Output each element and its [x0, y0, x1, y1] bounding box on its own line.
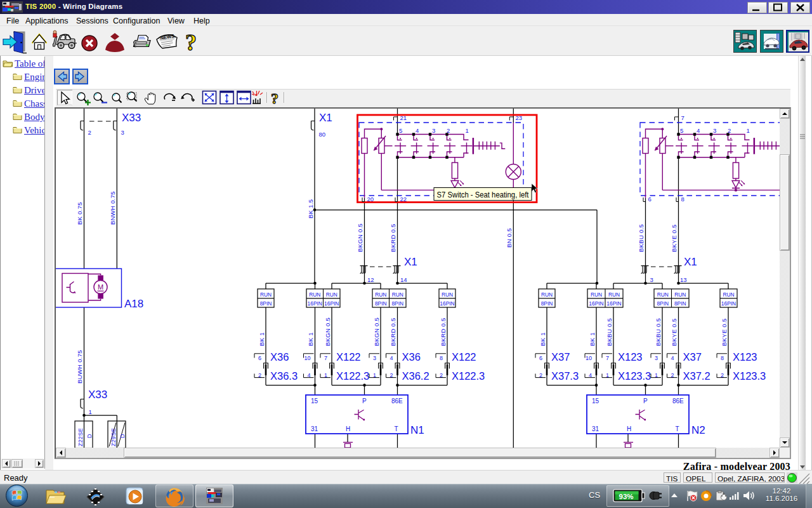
- svg-text:3: 3: [655, 355, 658, 361]
- svg-text:15: 15: [311, 398, 318, 404]
- svg-text:RUN: RUN: [591, 291, 602, 298]
- svg-text:4: 4: [416, 127, 419, 134]
- svg-text:1: 1: [89, 408, 92, 415]
- svg-text:12: 12: [367, 276, 374, 283]
- svg-text:RUN: RUN: [309, 291, 320, 298]
- svg-text:Z22SE: Z22SE: [77, 428, 84, 446]
- svg-text:20: 20: [367, 196, 374, 203]
- svg-text:P: P: [643, 398, 648, 404]
- svg-text:X123.3: X123.3: [618, 370, 651, 382]
- svg-text:86E: 86E: [672, 398, 684, 404]
- svg-text:X122: X122: [336, 351, 361, 363]
- svg-text:1: 1: [655, 372, 658, 378]
- svg-text:4: 4: [307, 372, 310, 378]
- svg-text:1: 1: [466, 127, 469, 134]
- svg-text:RUN: RUN: [674, 291, 686, 298]
- svg-text:X123: X123: [733, 351, 757, 363]
- svg-text:BKBU 0.5: BKBU 0.5: [606, 318, 613, 346]
- svg-text:H: H: [627, 425, 631, 432]
- svg-text:BK 1.5: BK 1.5: [307, 199, 314, 218]
- svg-text:BKGN 0.5: BKGN 0.5: [373, 318, 380, 346]
- svg-text:BKBU 0.5: BKBU 0.5: [638, 224, 645, 252]
- svg-text:3: 3: [121, 129, 124, 136]
- svg-text:RUN: RUN: [608, 291, 620, 298]
- svg-text:16PIN: 16PIN: [589, 300, 603, 307]
- svg-text:8PIN: 8PIN: [391, 300, 403, 307]
- svg-text:2: 2: [721, 372, 724, 378]
- svg-text:X122.3: X122.3: [336, 370, 369, 382]
- svg-text:4: 4: [697, 127, 700, 134]
- svg-text:8PIN: 8PIN: [657, 300, 669, 307]
- svg-text:H: H: [346, 425, 350, 432]
- svg-text:14: 14: [400, 276, 407, 283]
- svg-text:31: 31: [311, 425, 318, 432]
- svg-text:X122: X122: [452, 351, 476, 363]
- svg-text:X37.3: X37.3: [551, 370, 579, 382]
- svg-text:5: 5: [680, 127, 683, 134]
- svg-text:15: 15: [592, 398, 599, 404]
- svg-text:8: 8: [721, 355, 724, 361]
- svg-text:6: 6: [648, 196, 652, 203]
- svg-text:BKYE 0.5: BKYE 0.5: [671, 318, 678, 346]
- svg-text:X33: X33: [88, 389, 107, 401]
- svg-text:7: 7: [324, 355, 327, 361]
- svg-text:A18: A18: [124, 298, 143, 310]
- svg-text:80: 80: [319, 131, 326, 138]
- svg-text:16PIN: 16PIN: [606, 300, 621, 307]
- svg-text:4: 4: [671, 355, 674, 361]
- svg-text:86E: 86E: [391, 398, 403, 404]
- svg-text:BK 0.75: BK 0.75: [76, 202, 83, 225]
- svg-text:31: 31: [592, 425, 599, 432]
- svg-text:X37: X37: [683, 351, 702, 363]
- svg-text:1: 1: [606, 372, 609, 378]
- svg-text:BK 1: BK 1: [539, 332, 546, 346]
- svg-text:N1: N1: [410, 424, 424, 436]
- svg-text:7: 7: [681, 114, 684, 121]
- svg-text:X37: X37: [551, 351, 570, 363]
- svg-text:10: 10: [304, 355, 310, 361]
- svg-text:3: 3: [373, 355, 376, 361]
- svg-text:6: 6: [539, 355, 542, 361]
- svg-text:D: D: [86, 434, 93, 438]
- svg-text:8: 8: [681, 196, 684, 203]
- svg-text:2: 2: [390, 372, 393, 378]
- svg-text:X123: X123: [618, 351, 643, 363]
- svg-text:BKYE 0.5: BKYE 0.5: [721, 318, 728, 346]
- svg-text:BK 1: BK 1: [307, 332, 314, 346]
- svg-text:RUN: RUN: [657, 291, 669, 298]
- svg-text:?: ?: [271, 90, 278, 107]
- svg-text:2: 2: [539, 372, 542, 378]
- svg-text:T: T: [395, 425, 398, 432]
- svg-text:?: ?: [185, 30, 197, 55]
- svg-text:X122.3: X122.3: [452, 370, 485, 382]
- svg-text:BKYE 0.5: BKYE 0.5: [671, 224, 678, 252]
- svg-text:S7 Switch - Seat heating, left: S7 Switch - Seat heating, left: [437, 190, 529, 199]
- svg-text:6: 6: [258, 355, 261, 361]
- svg-text:3: 3: [713, 127, 716, 134]
- svg-text:BKGN 0.5: BKGN 0.5: [357, 224, 363, 252]
- svg-text:P: P: [362, 398, 367, 404]
- svg-text:X1: X1: [404, 256, 417, 268]
- svg-text:BK 1: BK 1: [589, 332, 596, 346]
- svg-text:16PIN: 16PIN: [324, 300, 339, 307]
- svg-text:2: 2: [440, 372, 443, 378]
- svg-text:2: 2: [728, 127, 731, 134]
- svg-text:16PIN: 16PIN: [308, 300, 322, 307]
- svg-text:X36: X36: [402, 351, 421, 363]
- svg-text:8PIN: 8PIN: [375, 300, 387, 307]
- svg-text:RUN: RUN: [442, 291, 453, 298]
- svg-text:M: M: [98, 283, 103, 291]
- svg-text:3: 3: [432, 127, 435, 134]
- svg-text:1: 1: [747, 127, 750, 134]
- svg-text:BKRD 0.5: BKRD 0.5: [440, 318, 447, 346]
- svg-text:X123.3: X123.3: [733, 370, 766, 382]
- svg-text:4: 4: [390, 355, 393, 361]
- svg-text:BUWH 0.75: BUWH 0.75: [76, 350, 83, 384]
- svg-text:X37.2: X37.2: [683, 370, 710, 382]
- svg-text:16PIN: 16PIN: [721, 300, 736, 307]
- svg-text:X1: X1: [684, 256, 697, 268]
- svg-text:RUN: RUN: [541, 291, 553, 298]
- svg-text:23: 23: [516, 114, 523, 121]
- svg-text:16PIN: 16PIN: [440, 300, 454, 307]
- svg-text:X36: X36: [270, 351, 289, 363]
